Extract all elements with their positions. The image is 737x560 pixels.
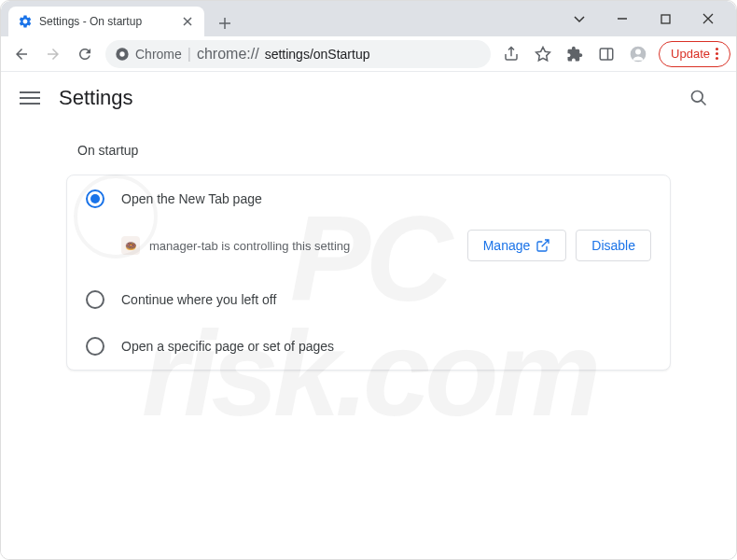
section-title: On startup <box>66 143 671 158</box>
svg-rect-3 <box>600 49 613 60</box>
settings-header: Settings <box>1 72 736 124</box>
svg-point-7 <box>692 91 703 103</box>
option-label: Continue where you left off <box>121 292 276 307</box>
page-content: Settings On startup Open the New Tab pag… <box>1 72 736 560</box>
omnibox-label: Chrome <box>135 47 182 62</box>
close-icon[interactable] <box>180 14 195 29</box>
search-icon[interactable] <box>680 79 717 117</box>
menu-dots-icon <box>716 48 718 60</box>
radio-unselected[interactable] <box>86 290 104 309</box>
option-label: Open the New Tab page <box>121 191 262 206</box>
window-controls <box>566 1 736 36</box>
update-button[interactable]: Update <box>659 41 730 67</box>
bookmark-icon[interactable] <box>528 39 558 69</box>
hamburger-icon[interactable] <box>20 88 40 108</box>
address-bar[interactable]: Chrome | chrome://settings/onStartup <box>105 40 491 68</box>
page-title: Settings <box>59 86 133 110</box>
tab-strip: Settings - On startup <box>1 1 566 36</box>
maximize-button[interactable] <box>652 6 678 32</box>
extension-notice: 🍩 manager-tab is controlling this settin… <box>67 222 670 276</box>
omnibox-separator: | <box>188 46 191 63</box>
open-external-icon <box>535 238 550 253</box>
svg-point-6 <box>635 49 641 54</box>
profile-icon[interactable] <box>623 39 653 69</box>
close-window-button[interactable] <box>695 6 721 32</box>
option-specific-pages[interactable]: Open a specific page or set of pages <box>67 323 670 370</box>
gear-icon <box>18 14 33 29</box>
option-new-tab[interactable]: Open the New Tab page <box>67 175 670 222</box>
new-tab-button[interactable] <box>212 10 238 36</box>
option-label: Open a specific page or set of pages <box>121 339 334 354</box>
radio-unselected[interactable] <box>86 337 104 356</box>
window-titlebar: Settings - On startup <box>1 1 736 36</box>
extension-notice-text: manager-tab is controlling this setting <box>149 239 458 253</box>
minimize-button[interactable] <box>609 6 635 32</box>
manage-button[interactable]: Manage <box>467 230 567 261</box>
svg-rect-0 <box>661 15 670 23</box>
settings-body: On startup Open the New Tab page 🍩 manag… <box>1 124 736 371</box>
disable-button[interactable]: Disable <box>576 230 651 261</box>
browser-tab[interactable]: Settings - On startup <box>8 7 204 36</box>
svg-line-8 <box>702 101 706 105</box>
chrome-logo-icon <box>115 47 130 62</box>
browser-toolbar: Chrome | chrome://settings/onStartup Upd… <box>1 36 736 72</box>
svg-point-2 <box>119 51 124 56</box>
extension-favicon: 🍩 <box>121 236 140 255</box>
forward-button[interactable] <box>38 39 68 69</box>
omnibox-path: settings/onStartup <box>265 47 370 62</box>
extensions-icon[interactable] <box>560 39 590 69</box>
manage-label: Manage <box>483 238 531 253</box>
startup-card: Open the New Tab page 🍩 manager-tab is c… <box>66 175 671 371</box>
option-continue[interactable]: Continue where you left off <box>67 276 670 323</box>
chevron-down-icon[interactable] <box>566 6 592 32</box>
reload-button[interactable] <box>70 39 100 69</box>
back-button[interactable] <box>7 39 36 69</box>
tab-title: Settings - On startup <box>39 15 174 28</box>
omnibox-host: chrome:// <box>197 46 259 63</box>
disable-label: Disable <box>591 238 635 253</box>
radio-selected[interactable] <box>86 189 104 208</box>
share-icon[interactable] <box>496 39 526 69</box>
update-label: Update <box>671 47 710 61</box>
sidepanel-icon[interactable] <box>591 39 621 69</box>
